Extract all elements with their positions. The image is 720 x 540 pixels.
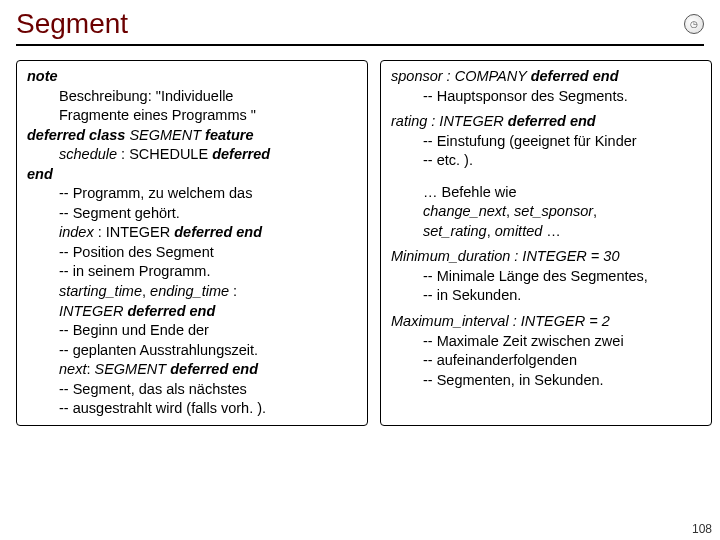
sponsor-line: sponsor : COMPANY deferred end xyxy=(391,67,701,86)
bf-change-next: change_next xyxy=(423,203,506,219)
bf2d: , xyxy=(593,203,597,219)
c2a: -- Position des Segment xyxy=(27,243,357,262)
bf3d: … xyxy=(542,223,561,239)
content-row: note Beschreibung: "Individuelle Fragmen… xyxy=(16,60,704,426)
fname-index: index xyxy=(59,224,94,240)
sched-type: : SCHEDULE xyxy=(117,146,212,162)
bf1: … Befehle wie xyxy=(391,183,701,202)
starting-line: starting_time, ending_time : xyxy=(27,282,357,301)
colon1: : xyxy=(229,283,237,299)
logo-icon: ◷ xyxy=(684,14,704,34)
classname: SEGMENT xyxy=(129,127,201,143)
left-desc1: Beschreibung: "Individuelle xyxy=(27,87,357,106)
comma1: , xyxy=(142,283,150,299)
bf-omitted: omitted xyxy=(495,223,543,239)
page-title: Segment xyxy=(16,8,128,40)
kw-end: end xyxy=(27,165,357,184)
c3b: -- geplanten Ausstrahlungszeit. xyxy=(27,341,357,360)
kw-def-end-2: deferred end xyxy=(127,303,215,319)
right-codebox: sponsor : COMPANY deferred end -- Haupts… xyxy=(380,60,712,426)
idx-type: : INTEGER xyxy=(94,224,175,240)
rtc2: -- etc. ). xyxy=(391,151,701,170)
defclass-line: deferred class SEGMENT feature xyxy=(27,126,357,145)
kw-def-end-3: deferred end xyxy=(170,361,258,377)
index-line: index : INTEGER deferred end xyxy=(27,223,357,242)
left-codebox: note Beschreibung: "Individuelle Fragmen… xyxy=(16,60,368,426)
spc: -- Hauptsponsor des Segments. xyxy=(391,87,701,106)
c1a: -- Programm, zu welchem das xyxy=(27,184,357,203)
next-line: next: SEGMENT deferred end xyxy=(27,360,357,379)
fname-sponsor: sponsor xyxy=(391,68,443,84)
mxc2: -- aufeinanderfolgenden xyxy=(391,351,701,370)
mindur-type: : INTEGER = 30 xyxy=(510,248,619,264)
kw-deferred-1: deferred xyxy=(212,146,270,162)
kw-def-end-5: deferred end xyxy=(508,113,596,129)
starting-line2: INTEGER deferred end xyxy=(27,302,357,321)
kw-def-end-4: deferred end xyxy=(531,68,619,84)
bf2: change_next, set_sponsor, xyxy=(391,202,701,221)
bf-set-sponsor: set_sponsor xyxy=(514,203,593,219)
c4a: -- Segment, das als nächstes xyxy=(27,380,357,399)
fname-ending: ending_time xyxy=(150,283,229,299)
c3a: -- Beginn und Ende der xyxy=(27,321,357,340)
left-desc2: Fragmente eines Programms " xyxy=(27,106,357,125)
fname-starting: starting_time xyxy=(59,283,142,299)
mdc1: -- Minimale Länge des Segmentes, xyxy=(391,267,701,286)
maxint-type: : INTEGER = 2 xyxy=(509,313,610,329)
mxc1: -- Maximale Zeit zwischen zwei xyxy=(391,332,701,351)
schedule-line: schedule : SCHEDULE deferred xyxy=(27,145,357,164)
c2b: -- in seinem Programm. xyxy=(27,262,357,281)
kw-def-end-1: deferred end xyxy=(174,224,262,240)
starting-type: INTEGER xyxy=(59,303,123,319)
fname-schedule: schedule xyxy=(59,146,117,162)
kw-feature: feature xyxy=(205,127,253,143)
sponsor-type: : COMPANY xyxy=(443,68,531,84)
fname-maxint: Maximum_interval xyxy=(391,313,509,329)
mxc3: -- Segmenten, in Sekunden. xyxy=(391,371,701,390)
c1b: -- Segment gehört. xyxy=(27,204,357,223)
rtc1: -- Einstufung (geeignet für Kinder xyxy=(391,132,701,151)
rating-type: : INTEGER xyxy=(427,113,508,129)
maxint-line: Maximum_interval : INTEGER = 2 xyxy=(391,312,701,331)
page-number: 108 xyxy=(692,522,712,536)
bf2b: , xyxy=(506,203,514,219)
kw-note: note xyxy=(27,67,357,86)
mdc2: -- in Sekunden. xyxy=(391,286,701,305)
bf-set-rating: set_rating xyxy=(423,223,487,239)
bf3b: , xyxy=(487,223,495,239)
fname-mindur: Minimum_duration xyxy=(391,248,510,264)
kw-deferred-class: deferred class xyxy=(27,127,125,143)
rating-line: rating : INTEGER deferred end xyxy=(391,112,701,131)
fname-rating: rating xyxy=(391,113,427,129)
mindur-line: Minimum_duration : INTEGER = 30 xyxy=(391,247,701,266)
next-type: SEGMENT xyxy=(94,361,170,377)
fname-next: next xyxy=(59,361,86,377)
c4b: -- ausgestrahlt wird (falls vorh. ). xyxy=(27,399,357,418)
bf3: set_rating, omitted … xyxy=(391,222,701,241)
